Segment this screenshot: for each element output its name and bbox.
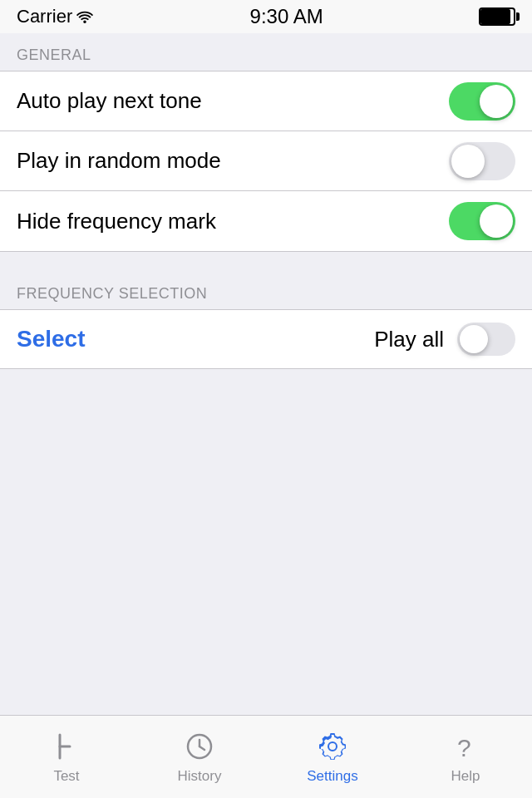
hide-freq-row: Hide frequency mark [0, 191, 532, 251]
hide-freq-toggle[interactable] [449, 202, 515, 240]
play-all-group: Play all [374, 323, 515, 356]
auto-play-thumb [480, 85, 513, 118]
help-icon: ? [449, 730, 482, 763]
tab-bar: Test History Settings ? [0, 715, 532, 798]
empty-area [0, 369, 532, 610]
play-all-label: Play all [374, 327, 444, 352]
tab-test-label: Test [53, 768, 79, 785]
svg-line-4 [200, 746, 204, 750]
test-icon [50, 730, 83, 763]
tab-test[interactable]: Test [0, 730, 133, 785]
tab-history-label: History [178, 768, 222, 785]
tab-settings[interactable]: Settings [266, 730, 399, 785]
history-icon [183, 730, 216, 763]
wifi-icon [76, 10, 94, 23]
auto-play-row: Auto play next tone [0, 71, 532, 131]
settings-icon [316, 730, 349, 763]
battery-indicator [479, 7, 515, 26]
status-time: 9:30 AM [250, 5, 323, 28]
general-settings-group: Auto play next tone Play in random mode … [0, 71, 532, 252]
tab-help[interactable]: ? Help [399, 730, 532, 785]
frequency-row: Select Play all [0, 309, 532, 369]
random-mode-row: Play in random mode [0, 131, 532, 191]
hide-freq-thumb [480, 204, 513, 238]
random-mode-thumb [451, 145, 485, 178]
play-all-thumb [460, 325, 488, 353]
tab-settings-label: Settings [307, 768, 357, 785]
select-button[interactable]: Select [17, 326, 133, 352]
status-bar: Carrier 9:30 AM [0, 0, 532, 33]
general-section-header: GENERAL [0, 33, 532, 71]
auto-play-toggle[interactable] [449, 82, 515, 121]
tab-history[interactable]: History [133, 730, 266, 785]
random-mode-toggle[interactable] [449, 142, 515, 180]
random-mode-label: Play in random mode [17, 148, 221, 174]
frequency-section: FREQUENCY SELECTION Select Play all [0, 272, 532, 369]
auto-play-label: Auto play next tone [17, 88, 202, 114]
svg-text:?: ? [457, 734, 471, 761]
carrier-label: Carrier [17, 6, 72, 27]
hide-freq-label: Hide frequency mark [17, 209, 216, 234]
play-all-toggle[interactable] [457, 323, 515, 356]
frequency-section-header: FREQUENCY SELECTION [0, 272, 532, 309]
tab-help-label: Help [451, 768, 480, 785]
